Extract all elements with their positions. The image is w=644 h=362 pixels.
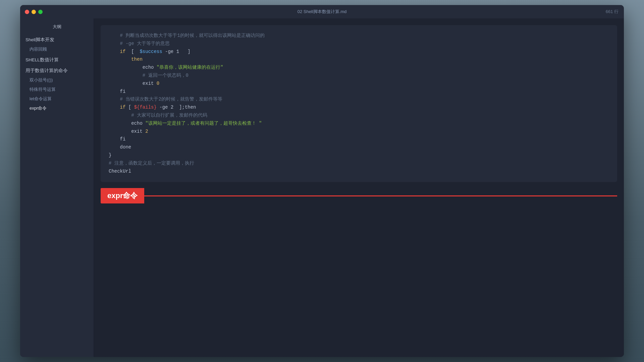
sidebar-item-review[interactable]: 内容回顾 — [20, 45, 94, 54]
sidebar: 大纲 Shell脚本开发 内容回顾 SHELL数值计算 用于数值计算的命令 双小… — [20, 18, 94, 357]
sidebar-item-commands[interactable]: 用于数值计算的命令 — [20, 66, 94, 75]
sidebar-item-double-paren[interactable]: 双小括号(()) — [20, 75, 94, 85]
section-divider-line — [144, 195, 617, 196]
sidebar-item-shell-calc[interactable]: SHELL数值计算 — [20, 55, 94, 65]
content-area: 大纲 Shell脚本开发 内容回顾 SHELL数值计算 用于数值计算的命令 双小… — [20, 18, 624, 357]
section-header: expr命令 — [101, 188, 617, 203]
maximize-button[interactable] — [38, 10, 43, 14]
code-line-exit2: exit 2 — [109, 128, 609, 136]
code-line-echo1: echo "恭喜你，该网站健康的在运行" — [109, 64, 609, 72]
sidebar-item-let[interactable]: let命令运算 — [20, 94, 94, 104]
main-window: 02 Shell脚本数值计算.md 661 行 大纲 Shell脚本开发 内容回… — [20, 5, 624, 357]
code-line-if1: if [ $success -ge 1 ] — [109, 48, 609, 56]
sidebar-item-shell[interactable]: Shell脚本开发 — [20, 35, 94, 45]
code-line-fi1: fi — [109, 88, 609, 96]
code-line-checkurl: CheckUrl — [109, 168, 609, 176]
sidebar-title: 大纲 — [20, 24, 94, 34]
code-comment-5: # 大家可以自行扩展，发邮件的代码 — [109, 113, 207, 118]
code-line-exit1: exit 0 — [109, 80, 609, 88]
code-line-brace: } — [109, 152, 609, 160]
minimize-button[interactable] — [32, 10, 36, 14]
line-count: 661 行 — [606, 9, 619, 15]
traffic-lights — [25, 10, 43, 14]
code-comment-4: # 当错误次数大于2的时候，就告警，发邮件等等 — [109, 97, 222, 102]
code-line-done: done — [109, 143, 609, 152]
code-comment-2: # -ge 大于等于的意思 — [109, 41, 170, 46]
code-comment-6: # 注意，函数定义后，一定要调用，执行 — [109, 161, 194, 166]
close-button[interactable] — [25, 10, 29, 14]
window-title: 02 Shell脚本数值计算.md — [298, 9, 347, 15]
section-tag: expr命令 — [101, 188, 144, 203]
code-line-fi2: fi — [109, 135, 609, 143]
main-content: # 判断当成功次数大于等于1的时候，就可以得出该网站是正确访问的 # -ge 大… — [94, 18, 624, 357]
sidebar-item-expr[interactable]: expr命令 — [20, 104, 94, 113]
code-comment-1: # 判断当成功次数大于等于1的时候，就可以得出该网站是正确访问的 — [109, 33, 265, 38]
code-line-echo2: echo "该网站一定是挂了，或者有问题了，超哥快去检查！ " — [109, 120, 609, 128]
sidebar-item-special[interactable]: 特殊符号运算 — [20, 85, 94, 94]
code-line-then1: then — [109, 56, 609, 64]
code-comment-3: # 返回一个状态码，0 — [109, 73, 189, 78]
titlebar: 02 Shell脚本数值计算.md 661 行 — [20, 5, 624, 18]
code-line-if2: if [ ${fails} -ge 2 ];then — [109, 104, 609, 112]
code-editor: # 判断当成功次数大于等于1的时候，就可以得出该网站是正确访问的 # -ge 大… — [101, 25, 617, 182]
section-line-container — [144, 195, 617, 196]
